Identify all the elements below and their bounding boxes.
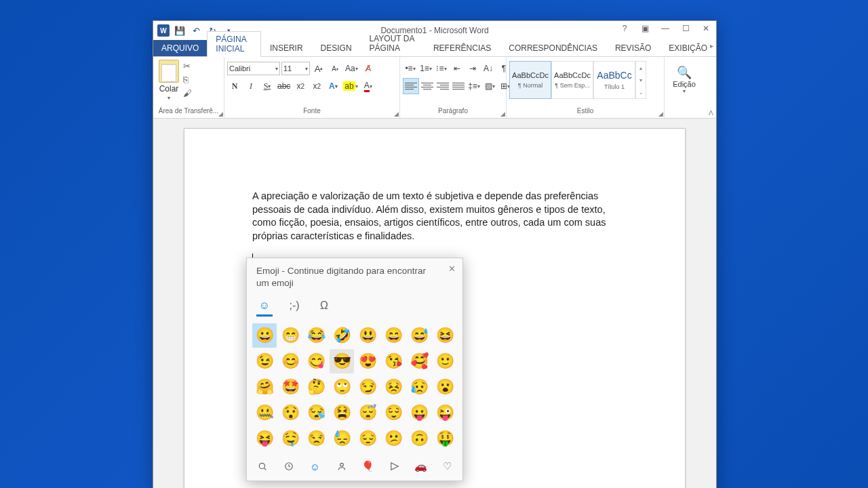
emoji-item[interactable]: 🙂 (433, 349, 457, 373)
numbering-icon[interactable]: 1≡▾ (418, 62, 433, 75)
emoji-item[interactable]: 🙄 (330, 375, 354, 399)
minimize-icon[interactable]: — (655, 21, 675, 36)
tab-file[interactable]: ARQUIVO (153, 40, 207, 56)
emoji-item[interactable]: 🤐 (252, 401, 277, 425)
increase-indent-icon[interactable]: ⇥ (465, 62, 480, 75)
emoji-item[interactable]: 😎 (330, 349, 354, 373)
align-center-button[interactable] (420, 79, 435, 94)
justify-button[interactable] (451, 79, 466, 94)
style-heading1[interactable]: AaBbCc Título 1 (593, 61, 635, 99)
emoji-item[interactable]: 😅 (407, 323, 431, 348)
font-size-combo[interactable]: 11▾ (281, 62, 310, 75)
style-more-icon[interactable]: ⌄ (636, 86, 646, 98)
emoji-item[interactable]: 🤣 (330, 323, 354, 348)
find-button[interactable]: 🔍 Edição ▾ (670, 62, 698, 97)
emoji-item[interactable]: 😔 (355, 426, 380, 451)
tab-design[interactable]: DESIGN (312, 40, 361, 56)
emoji-item[interactable]: 😪 (304, 401, 328, 425)
cut-icon[interactable]: ✂ (183, 61, 194, 72)
ribbon-display-icon[interactable]: ▣ (635, 21, 655, 36)
line-spacing-icon[interactable]: ‡≡▾ (467, 79, 481, 93)
paragraph-launcher-icon[interactable]: ◢ (500, 110, 505, 117)
undo-icon[interactable]: ↶ (190, 24, 202, 37)
emoji-cat-recent-icon[interactable] (255, 459, 269, 474)
clipboard-launcher-icon[interactable]: ◢ (218, 110, 223, 117)
emoji-item[interactable]: 🤗 (252, 375, 277, 399)
emoji-item[interactable]: 😴 (355, 401, 380, 425)
document-body-text[interactable]: A apreciação e valorização de um texto é… (252, 190, 617, 243)
multilevel-icon[interactable]: ⁝≡▾ (434, 62, 449, 75)
tab-home[interactable]: PÁGINA INICIAL (207, 31, 261, 57)
emoji-item[interactable]: 😝 (252, 426, 277, 451)
tab-layout[interactable]: LAYOUT DA PÁGINA (361, 30, 425, 56)
italic-button[interactable]: I (243, 79, 258, 93)
emoji-cat-hearts-icon[interactable]: ♡ (440, 459, 454, 474)
style-normal[interactable]: AaBbCcDc ¶ Normal (509, 61, 551, 99)
emoji-item[interactable]: 🤩 (278, 375, 302, 399)
emoji-item[interactable]: 🤤 (278, 426, 302, 451)
emoji-tab-kaomoji[interactable]: ;-) (286, 297, 302, 317)
save-icon[interactable]: 💾 (174, 24, 186, 37)
emoji-item[interactable]: 😣 (381, 375, 406, 399)
tab-insert[interactable]: INSERIR (261, 40, 312, 56)
emoji-item[interactable]: 😋 (304, 349, 328, 373)
shading-icon[interactable]: ▨▾ (482, 79, 497, 93)
emoji-item[interactable]: 😄 (381, 323, 406, 348)
paste-button[interactable]: Colar ▾ (156, 58, 182, 102)
emoji-item[interactable]: 😂 (304, 323, 328, 348)
shrink-font-icon[interactable]: A▾ (328, 62, 342, 75)
emoji-item[interactable]: 🤑 (433, 426, 457, 451)
tab-references[interactable]: REFERÊNCIAS (425, 40, 500, 56)
subscript-button[interactable]: x2 (293, 79, 308, 93)
font-launcher-icon[interactable]: ◢ (394, 110, 399, 117)
clear-formatting-icon[interactable]: A̸ (361, 62, 376, 75)
align-right-button[interactable] (435, 79, 450, 94)
emoji-tab-emoji[interactable]: ☺ (256, 297, 273, 317)
emoji-item[interactable]: 😊 (278, 349, 302, 373)
emoji-item[interactable]: 😍 (355, 349, 380, 373)
emoji-item[interactable]: 😏 (355, 375, 380, 399)
emoji-item[interactable]: 😜 (433, 401, 457, 425)
emoji-item[interactable]: 😯 (278, 401, 302, 425)
underline-button[interactable]: S▾ (260, 79, 275, 93)
superscript-button[interactable]: x2 (309, 79, 324, 93)
emoji-item[interactable]: 😆 (433, 323, 457, 348)
tab-scroll-right-icon[interactable]: ▸ (710, 42, 713, 49)
emoji-item[interactable]: 😀 (252, 323, 277, 348)
emoji-item[interactable]: 😒 (304, 426, 328, 451)
help-icon[interactable]: ? (614, 21, 635, 36)
emoji-cat-transport-icon[interactable]: 🚗 (414, 459, 428, 474)
emoji-close-icon[interactable]: ✕ (448, 264, 456, 274)
emoji-item[interactable]: 😮 (433, 375, 457, 399)
styles-launcher-icon[interactable]: ◢ (658, 110, 663, 117)
format-painter-icon[interactable]: 🖌 (183, 88, 194, 99)
bold-button[interactable]: N (227, 79, 242, 93)
emoji-item[interactable]: 😃 (355, 323, 380, 348)
grow-font-icon[interactable]: A▴ (311, 62, 326, 75)
strikethrough-button[interactable]: abc (276, 79, 292, 93)
emoji-item[interactable]: 🤔 (304, 375, 328, 399)
emoji-item[interactable]: 😁 (278, 323, 302, 348)
change-case-icon[interactable]: Aa▾ (344, 62, 359, 75)
emoji-cat-food-icon[interactable] (387, 459, 401, 474)
emoji-cat-history-icon[interactable] (281, 459, 296, 474)
emoji-item[interactable]: 😕 (381, 426, 406, 451)
emoji-cat-smileys-icon[interactable]: ☺ (308, 459, 322, 474)
font-name-combo[interactable]: Calibri▾ (227, 62, 280, 75)
emoji-item[interactable]: 😉 (252, 349, 277, 373)
text-effects-icon[interactable]: A▾ (326, 79, 340, 93)
tab-view[interactable]: EXIBIÇÃO (660, 40, 716, 56)
emoji-item[interactable]: 😫 (330, 401, 354, 425)
style-down-icon[interactable]: ▾ (636, 74, 646, 86)
emoji-item[interactable]: 😥 (407, 375, 431, 399)
font-color-icon[interactable]: A▾ (361, 79, 376, 93)
emoji-item[interactable]: 😌 (381, 401, 406, 425)
style-up-icon[interactable]: ▴ (636, 62, 646, 74)
emoji-cat-people-icon[interactable] (334, 459, 349, 474)
maximize-icon[interactable]: ☐ (675, 21, 696, 36)
decrease-indent-icon[interactable]: ⇤ (450, 62, 465, 75)
align-left-button[interactable] (403, 78, 419, 94)
emoji-item[interactable]: 🥰 (407, 349, 431, 373)
emoji-item[interactable]: 😘 (381, 349, 406, 373)
tab-mailings[interactable]: CORRESPONDÊNCIAS (500, 40, 606, 56)
